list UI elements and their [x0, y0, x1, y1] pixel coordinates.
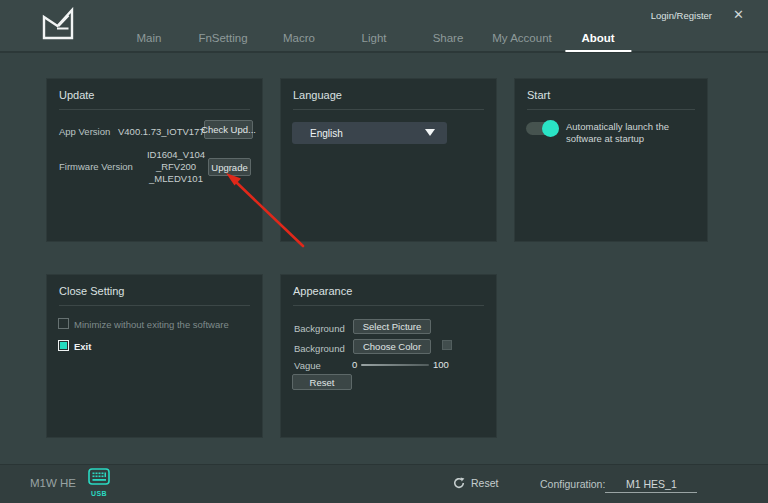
tab-share[interactable]: Share [433, 32, 464, 44]
tab-macro[interactable]: Macro [283, 32, 315, 44]
language-selected-value: English [292, 128, 343, 139]
close-window-icon[interactable]: ✕ [733, 7, 744, 22]
reset-label: Reset [471, 477, 498, 489]
tab-my-account[interactable]: My Account [492, 32, 551, 44]
choose-color-button[interactable]: Choose Color [353, 339, 431, 354]
chevron-down-icon [425, 129, 435, 136]
autolaunch-label: Automatically launch the software at sta… [566, 121, 686, 145]
configuration-group: Configuration: M1 HES_1 [540, 478, 697, 493]
divider [59, 305, 250, 306]
tab-about[interactable]: About [581, 32, 614, 44]
tab-main[interactable]: Main [137, 32, 162, 44]
tab-about-label: About [581, 32, 614, 44]
close-setting-panel-title: Close Setting [59, 285, 124, 297]
language-panel-title: Language [293, 89, 342, 101]
background-color-label: Background [294, 343, 345, 354]
appearance-panel: Appearance Background Select Picture Bac… [280, 274, 497, 438]
firmware-version-value: ID1604_V104 _RFV200 _MLEDV101 [137, 149, 215, 185]
tab-share-label: Share [433, 32, 464, 44]
tab-light[interactable]: Light [362, 32, 387, 44]
update-panel-title: Update [59, 89, 94, 101]
tab-fnsetting[interactable]: FnSetting [198, 32, 247, 44]
active-tab-underline [565, 50, 631, 52]
divider [527, 109, 695, 110]
exit-checkbox[interactable] [58, 340, 69, 351]
autolaunch-toggle[interactable] [526, 122, 559, 135]
topbar: Main FnSetting Macro Light Share My Acco… [0, 0, 768, 53]
check-update-button[interactable]: Check Upd... [204, 120, 253, 139]
tab-light-label: Light [362, 32, 387, 44]
tab-main-label: Main [137, 32, 162, 44]
app-version-value: V400.1.73_IOTV177 [118, 126, 205, 137]
vague-slider-max: 100 [433, 359, 449, 370]
vague-slider-min: 0 [352, 359, 357, 370]
select-picture-button[interactable]: Select Picture [353, 319, 431, 334]
device-name: M1W HE [30, 477, 76, 489]
color-swatch[interactable] [442, 340, 452, 350]
configuration-value-field[interactable]: M1 HES_1 [605, 478, 697, 493]
vague-slider[interactable] [361, 364, 429, 366]
usb-label: USB [86, 490, 112, 497]
divider [59, 109, 250, 110]
login-register-link[interactable]: Login/Register [651, 10, 712, 21]
language-dropdown[interactable]: English [292, 122, 447, 144]
exit-checkbox-label: Exit [74, 341, 91, 352]
appearance-panel-title: Appearance [293, 285, 352, 297]
firmware-version-label: Firmware Version [59, 161, 133, 172]
appearance-reset-button[interactable]: Reset [292, 374, 352, 390]
keyboard-icon [88, 468, 110, 485]
app-logo-icon [41, 7, 75, 45]
toggle-knob [542, 120, 559, 137]
divider [293, 109, 484, 110]
configuration-label: Configuration: [540, 478, 605, 490]
refresh-icon [453, 477, 465, 489]
language-panel: Language English [280, 78, 497, 242]
reset-configuration-button[interactable]: Reset [453, 477, 498, 489]
start-panel: Start Automatically launch the software … [514, 78, 708, 242]
tab-my-account-label: My Account [492, 32, 551, 44]
start-panel-title: Start [527, 89, 550, 101]
upgrade-button[interactable]: Upgrade [208, 158, 251, 176]
minimize-checkbox[interactable] [58, 318, 69, 329]
update-panel: Update App Version V400.1.73_IOTV177 Che… [46, 78, 263, 242]
vague-label: Vague [294, 360, 321, 371]
background-picture-label: Background [294, 323, 345, 334]
divider [293, 305, 484, 306]
bottombar: M1W HE USB Reset Configuration: M1 HES_1 [0, 464, 768, 503]
tab-macro-label: Macro [283, 32, 315, 44]
minimize-checkbox-label: Minimize without exiting the software [74, 319, 229, 330]
usb-connection-indicator: USB [86, 468, 112, 497]
close-setting-panel: Close Setting Minimize without exiting t… [46, 274, 263, 438]
app-version-label: App Version [59, 126, 110, 137]
tab-fnsetting-label: FnSetting [198, 32, 247, 44]
